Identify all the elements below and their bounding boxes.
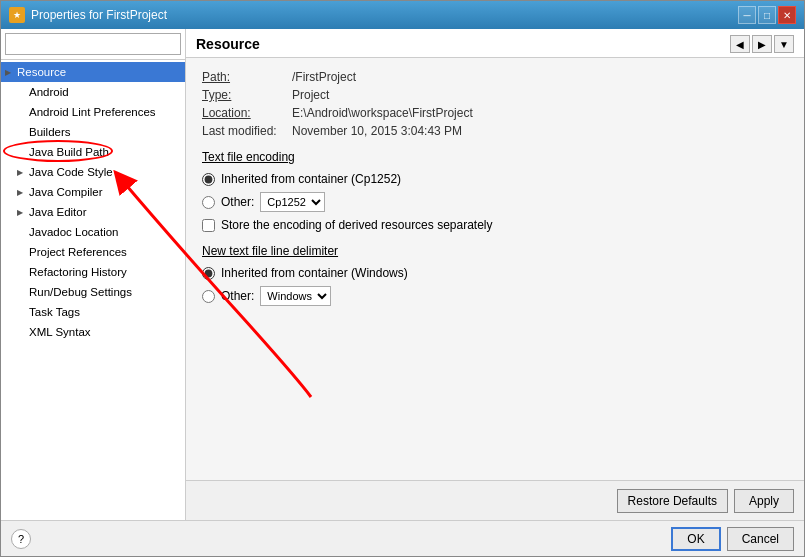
close-button[interactable]: ✕ (778, 6, 796, 24)
sidebar-item-run-debug[interactable]: Run/Debug Settings (1, 282, 185, 302)
title-bar-left: ★ Properties for FirstProject (9, 7, 167, 23)
nav-down-button[interactable]: ▼ (774, 35, 794, 53)
search-box (1, 29, 185, 60)
encoding-checkbox-row: Store the encoding of derived resources … (202, 218, 788, 232)
sidebar-item-label: Java Build Path (29, 146, 109, 158)
last-modified-row: Last modified: November 10, 2015 3:04:43… (202, 124, 788, 138)
tree-area: ▶ Resource Android Android Lint Preferen… (1, 60, 185, 520)
title-bar: ★ Properties for FirstProject ─ □ ✕ (1, 1, 804, 29)
encoding-radio1-row: Inherited from container (Cp1252) (202, 172, 788, 186)
app-icon: ★ (9, 7, 25, 23)
path-label: Path: (202, 70, 292, 84)
sidebar-item-java-build-path[interactable]: Java Build Path (1, 142, 185, 162)
sidebar-item-resource[interactable]: ▶ Resource (1, 62, 185, 82)
encoding-checkbox-label: Store the encoding of derived resources … (221, 218, 493, 232)
type-row: Type: Project (202, 88, 788, 102)
sidebar-item-label: Android (29, 86, 69, 98)
path-value: /FirstProject (292, 70, 356, 84)
right-panel: Resource ◀ ▶ ▼ Path: /FirstProject Type:… (186, 29, 804, 520)
sidebar-item-task-tags[interactable]: Task Tags (1, 302, 185, 322)
delimiter-select[interactable]: Windows (260, 286, 331, 306)
main-window: ★ Properties for FirstProject ─ □ ✕ ▶ Re… (0, 0, 805, 557)
minimize-button[interactable]: ─ (738, 6, 756, 24)
line-delimiter-section-title: New text file line delimiter (202, 244, 788, 258)
maximize-button[interactable]: □ (758, 6, 776, 24)
sidebar-item-javadoc-location[interactable]: Javadoc Location (1, 222, 185, 242)
sidebar-item-label: Task Tags (29, 306, 80, 318)
cancel-button[interactable]: Cancel (727, 527, 794, 551)
sidebar-item-project-references[interactable]: Project References (1, 242, 185, 262)
text-encoding-section-title: Text file encoding (202, 150, 788, 164)
sidebar-item-refactoring-history[interactable]: Refactoring History (1, 262, 185, 282)
encoding-radio2-row: Other: Cp1252 (202, 192, 788, 212)
encoding-radio2-label: Other: (221, 195, 254, 209)
expand-arrow: ▶ (17, 208, 29, 217)
expand-arrow: ▶ (17, 168, 29, 177)
sidebar-item-java-editor[interactable]: ▶ Java Editor (1, 202, 185, 222)
search-input[interactable] (5, 33, 181, 55)
right-header: Resource ◀ ▶ ▼ (186, 29, 804, 58)
delimiter-radio1-label: Inherited from container (Windows) (221, 266, 408, 280)
sidebar-item-label: Javadoc Location (29, 226, 119, 238)
sidebar-item-label: Project References (29, 246, 127, 258)
footer: ? OK Cancel (1, 520, 804, 556)
encoding-radio1[interactable] (202, 173, 215, 186)
last-modified-label: Last modified: (202, 124, 292, 138)
encoding-select[interactable]: Cp1252 (260, 192, 325, 212)
left-panel: ▶ Resource Android Android Lint Preferen… (1, 29, 186, 520)
window-title: Properties for FirstProject (31, 8, 167, 22)
sidebar-item-label: Android Lint Preferences (29, 106, 156, 118)
sidebar-item-java-compiler[interactable]: ▶ Java Compiler (1, 182, 185, 202)
sidebar-item-android-lint[interactable]: Android Lint Preferences (1, 102, 185, 122)
sidebar-item-label: Builders (29, 126, 71, 138)
type-value: Project (292, 88, 329, 102)
sidebar-item-android[interactable]: Android (1, 82, 185, 102)
encoding-radio1-label: Inherited from container (Cp1252) (221, 172, 401, 186)
sidebar-item-label: XML Syntax (29, 326, 91, 338)
expand-arrow: ▶ (17, 188, 29, 197)
bottom-bar: Restore Defaults Apply (186, 480, 804, 520)
sidebar-item-label: Run/Debug Settings (29, 286, 132, 298)
section-title: Resource (196, 36, 260, 52)
footer-right: OK Cancel (671, 527, 794, 551)
type-label: Type: (202, 88, 292, 102)
sidebar-item-java-code-style[interactable]: ▶ Java Code Style (1, 162, 185, 182)
delimiter-radio2[interactable] (202, 290, 215, 303)
nav-arrows: ◀ ▶ ▼ (730, 35, 794, 53)
location-label: Location: (202, 106, 292, 120)
apply-button[interactable]: Apply (734, 489, 794, 513)
sidebar-item-label: Java Code Style (29, 166, 113, 178)
help-button[interactable]: ? (11, 529, 31, 549)
delimiter-radio1[interactable] (202, 267, 215, 280)
ok-button[interactable]: OK (671, 527, 720, 551)
sidebar-item-xml-syntax[interactable]: XML Syntax (1, 322, 185, 342)
delimiter-radio2-row: Other: Windows (202, 286, 788, 306)
sidebar-item-label: Java Compiler (29, 186, 103, 198)
delimiter-radio2-label: Other: (221, 289, 254, 303)
footer-left: ? (11, 529, 31, 549)
window-controls: ─ □ ✕ (738, 6, 796, 24)
sidebar-item-label: Resource (17, 66, 66, 78)
right-content: Path: /FirstProject Type: Project Locati… (186, 58, 804, 480)
delimiter-radio1-row: Inherited from container (Windows) (202, 266, 788, 280)
location-row: Location: E:\Android\workspace\FirstProj… (202, 106, 788, 120)
content-area: ▶ Resource Android Android Lint Preferen… (1, 29, 804, 520)
path-row: Path: /FirstProject (202, 70, 788, 84)
restore-defaults-button[interactable]: Restore Defaults (617, 489, 728, 513)
nav-back-button[interactable]: ◀ (730, 35, 750, 53)
sidebar-item-builders[interactable]: Builders (1, 122, 185, 142)
encoding-radio2[interactable] (202, 196, 215, 209)
encoding-checkbox[interactable] (202, 219, 215, 232)
sidebar-item-label: Java Editor (29, 206, 87, 218)
last-modified-value: November 10, 2015 3:04:43 PM (292, 124, 462, 138)
location-value: E:\Android\workspace\FirstProject (292, 106, 473, 120)
nav-forward-button[interactable]: ▶ (752, 35, 772, 53)
expand-arrow: ▶ (5, 68, 17, 77)
sidebar-item-label: Refactoring History (29, 266, 127, 278)
